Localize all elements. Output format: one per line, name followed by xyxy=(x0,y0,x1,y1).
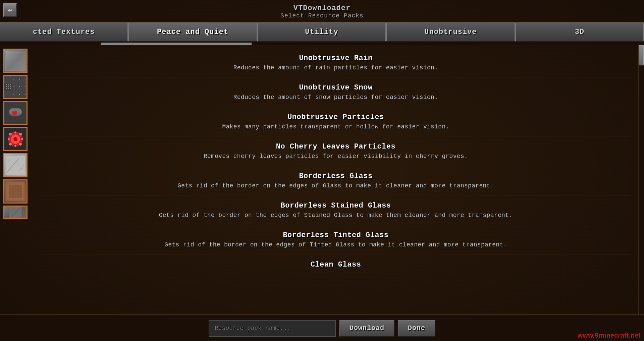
download-button[interactable]: Download xyxy=(339,320,394,337)
svg-point-25 xyxy=(19,143,22,146)
icon-unobtrusive-snow[interactable] xyxy=(3,75,28,99)
icon-borderless-tinted-glass[interactable] xyxy=(3,206,28,219)
svg-rect-3 xyxy=(17,61,20,64)
svg-point-7 xyxy=(10,84,11,85)
pack-desc-particles: Makes many particles transparent or holl… xyxy=(44,123,628,130)
tab-3d[interactable]: 3D xyxy=(515,22,644,42)
tab-scrollbar[interactable] xyxy=(0,43,644,45)
svg-point-24 xyxy=(9,143,12,146)
svg-point-9 xyxy=(8,87,9,87)
pack-item-borderless-glass[interactable]: Borderless Glass Gets rid of the border … xyxy=(40,166,631,195)
icon-no-cherry-leaves[interactable] xyxy=(3,127,28,151)
items-list xyxy=(0,45,34,324)
svg-rect-1 xyxy=(7,52,24,69)
svg-point-12 xyxy=(8,89,9,89)
svg-point-26 xyxy=(14,131,16,133)
done-button[interactable]: Done xyxy=(398,320,435,337)
pack-name-snow: Unobtrusive Snow xyxy=(44,83,628,92)
pack-item-borderless-tinted-glass[interactable]: Borderless Tinted Glass Gets rid of the … xyxy=(40,225,631,254)
pack-name-clean: Clean Glass xyxy=(44,261,628,269)
svg-point-29 xyxy=(21,138,23,140)
pack-item-borderless-stained-glass[interactable]: Borderless Stained Glass Gets rid of the… xyxy=(40,195,631,225)
tab-peace-and-quiet[interactable]: Peace and Quiet xyxy=(128,22,257,42)
svg-rect-2 xyxy=(9,54,14,59)
pack-desc-cherry: Removes cherry leaves particles for easi… xyxy=(44,153,628,160)
pack-name-rain: Unobtrusive Rain xyxy=(44,54,628,62)
svg-point-10 xyxy=(10,87,11,87)
pack-item-clean-glass[interactable]: Clean Glass xyxy=(40,254,631,277)
pack-name-stained: Borderless Stained Glass xyxy=(44,202,628,210)
svg-rect-36 xyxy=(9,185,22,198)
tab-utility[interactable]: Utility xyxy=(257,22,386,42)
svg-rect-0 xyxy=(5,51,25,71)
svg-point-21 xyxy=(13,137,17,141)
header: ↩ VTDownloader Select Resource Packs xyxy=(0,0,644,22)
bottom-bar: Download Done xyxy=(0,314,644,341)
back-button[interactable]: ↩ xyxy=(3,3,17,17)
description-panel: Unobtrusive Rain Reduces the amount of r… xyxy=(34,45,638,324)
app-title: VTDownloader xyxy=(0,4,644,12)
pack-desc-snow: Reduces the amount of snow particles for… xyxy=(44,94,628,101)
pack-name-tinted: Borderless Tinted Glass xyxy=(44,231,628,239)
svg-point-13 xyxy=(10,89,11,89)
tab-connected-textures[interactable]: cted Textures xyxy=(0,22,128,42)
icon-unobtrusive-rain[interactable] xyxy=(3,49,28,73)
svg-point-8 xyxy=(6,87,7,87)
svg-point-6 xyxy=(8,84,9,85)
tab-bar: cted Textures Peace and Quiet Utility Un… xyxy=(0,22,644,43)
svg-point-27 xyxy=(14,145,16,147)
pack-item-unobtrusive-particles[interactable]: Unobtrusive Particles Makes many particl… xyxy=(40,107,631,136)
svg-rect-31 xyxy=(6,156,25,175)
watermark: www.9minecraft.net xyxy=(578,332,641,339)
pack-name-glass: Borderless Glass xyxy=(44,172,628,180)
search-input[interactable] xyxy=(209,320,336,337)
svg-point-22 xyxy=(9,133,12,135)
icon-borderless-glass[interactable] xyxy=(3,153,28,177)
pack-desc-stained: Gets rid of the border on the edges of S… xyxy=(44,212,628,219)
pack-name-particles: Unobtrusive Particles xyxy=(44,113,628,121)
icon-unobtrusive-particles[interactable] xyxy=(3,101,28,125)
pack-desc-glass: Gets rid of the border on the edges of G… xyxy=(44,182,628,189)
svg-point-11 xyxy=(6,89,7,89)
scrollbar-track[interactable] xyxy=(638,45,644,324)
tab-scrollbar-thumb xyxy=(101,43,252,45)
tab-unobtrusive[interactable]: Unobtrusive xyxy=(386,22,515,42)
svg-point-28 xyxy=(8,138,10,140)
pack-desc-tinted: Gets rid of the border on the edges of T… xyxy=(44,241,628,248)
pack-name-cherry: No Cherry Leaves Particles xyxy=(44,143,628,151)
svg-point-23 xyxy=(19,133,22,135)
app-subtitle: Select Resource Packs xyxy=(0,12,644,19)
main-content: Unobtrusive Rain Reduces the amount of r… xyxy=(0,45,644,324)
pack-item-unobtrusive-snow[interactable]: Unobtrusive Snow Reduces the amount of s… xyxy=(40,77,631,107)
svg-point-5 xyxy=(6,84,7,85)
pack-item-unobtrusive-rain[interactable]: Unobtrusive Rain Reduces the amount of r… xyxy=(40,48,631,77)
pack-item-no-cherry-leaves[interactable]: No Cherry Leaves Particles Removes cherr… xyxy=(40,136,631,166)
icon-borderless-stained-glass[interactable] xyxy=(3,179,28,204)
pack-desc-rain: Reduces the amount of rain particles for… xyxy=(44,64,628,71)
scrollbar-thumb[interactable] xyxy=(639,45,644,65)
